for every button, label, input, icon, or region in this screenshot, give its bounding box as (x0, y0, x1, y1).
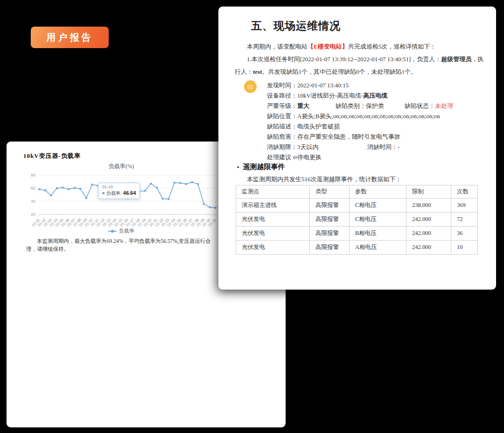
data-point (73, 187, 75, 189)
table-cell: 369 (451, 199, 478, 213)
series-dot-icon (102, 192, 105, 194)
defect-suggestion: 处理建议：停电更换 (267, 152, 490, 163)
tooltip-value-row: 负载率:46.64 (102, 190, 136, 197)
table-header: 监测点类型参数限制次数 (236, 185, 478, 199)
data-point (185, 183, 187, 185)
data-point (91, 184, 93, 185)
defect-location: 缺陷位置：A挠头;B挠头,on;on;on;on;on;on;on;on;on;… (267, 111, 490, 121)
chart-tooltip: 01-16 负载率:46.64 (98, 183, 140, 199)
field-value-bold: 高压电缆 (364, 92, 388, 99)
data-point (68, 188, 70, 190)
data-point (174, 182, 175, 184)
table-cell: 演示箱主进线 (236, 199, 310, 213)
defect-description: 缺陷描述：电缆头护套破损 (267, 121, 490, 132)
field-value: A挠头;B挠头,on;on;on;on;on;on;on;on;on;on;on… (297, 113, 440, 120)
defect-deadline: 消缺期限：3天以内 (267, 143, 319, 150)
defect-hazard: 缺陷危害：存在严重安全隐患，随时引发电气事故 (267, 132, 490, 142)
telemetry-section-heading: •遥测越限事件 (237, 163, 285, 171)
table-body: 演示箱主进线高限报警C相电压238.000369光伏发电高限报警C相电压242.… (236, 199, 478, 255)
data-point (150, 183, 152, 185)
telemetry-intro: 本监测周期内共发生516次遥测越限事件，统计数据如下： (235, 173, 487, 185)
table-cell: 光伏发电 (236, 227, 310, 241)
legend-line-dot-icon (108, 229, 117, 233)
defect-found-time: 发现时间：2022-01-07 13:40:15 (267, 80, 490, 91)
data-point (203, 203, 205, 205)
table-cell: C相电压 (350, 213, 406, 227)
user-report-button[interactable]: 用户报告 (31, 27, 109, 48)
data-point (56, 187, 58, 189)
data-point (156, 186, 158, 188)
chart-summary-text: 本监测周期内，最大负载率为69.24%，平均负载率为56.57%,变压器运行合理… (26, 237, 215, 253)
field-value: - (398, 143, 399, 150)
y-tick-label: 40 (31, 199, 35, 204)
table-cell: 242.000 (406, 227, 451, 241)
table-cell: A相电压 (350, 241, 406, 255)
section-title: 五、现场运维情况 (251, 19, 341, 33)
field-label: 消缺期限： (267, 143, 297, 150)
y-tick-label: 80 (31, 173, 35, 177)
table-cell: 高限报警 (310, 199, 350, 213)
tooltip-series-label: 负载率: (106, 191, 122, 196)
legend-series-label: 负载率 (119, 228, 134, 234)
field-value: 3天以内 (297, 143, 319, 150)
column-header: 监测点 (236, 185, 310, 199)
data-point (38, 188, 40, 190)
field-label: 缺陷类别： (336, 102, 366, 109)
field-value: 重大 (297, 102, 309, 109)
table-cell: 10 (451, 241, 478, 255)
field-label: 缺陷位置： (267, 113, 297, 120)
field-label: 缺陷状态： (405, 102, 435, 109)
field-value: 电缆头护套破损 (297, 123, 340, 130)
data-point (179, 182, 181, 184)
y-tick-label: 20 (31, 212, 35, 217)
defect-category: 缺陷类别：保护类 (336, 101, 384, 111)
defect-severity-row: 严重等级：重大 缺陷类别：保护类 缺陷状态：未处理 (267, 101, 490, 111)
load-rate-line-chart[interactable]: 2040608001-0101-0201-0301-0401-0501-0601… (22, 169, 220, 234)
tooltip-date: 01-16 (102, 185, 136, 190)
data-point (62, 186, 63, 188)
table-cell: 光伏发电 (236, 213, 310, 227)
station-name-highlight: 【E楼变电站】 (308, 43, 348, 50)
field-value: 停电更换 (297, 154, 322, 161)
defect-severity: 严重等级：重大 (267, 102, 309, 109)
field-label: 消缺时间： (367, 143, 398, 150)
table-row: 演示箱主进线高限报警C相电压238.000369 (236, 199, 478, 213)
field-value: 10kV进线部分-高压电缆- (297, 92, 364, 99)
field-value: 保护类 (366, 102, 384, 109)
field-value: 存在严重安全隐患，随时引发电气事故 (297, 133, 400, 140)
chart-legend[interactable]: 负载率 (22, 227, 220, 234)
data-point (191, 181, 193, 183)
table-row: 光伏发电高限报警B相电压242.00036 (236, 227, 478, 241)
table-cell: 高限报警 (310, 241, 350, 255)
defect-status: 缺陷状态：未处理 (405, 101, 453, 111)
chart-block-title: 10kV变压器-负载率 (23, 152, 81, 160)
table-cell: 242.000 (406, 213, 451, 227)
field-label: 缺陷描述： (267, 123, 297, 130)
defect-resolve-time: 消缺时间：- (367, 142, 399, 152)
column-header: 限制 (406, 185, 451, 199)
data-point (215, 207, 217, 209)
data-point (50, 194, 52, 196)
y-tick-label: 60 (31, 186, 35, 191)
defect-deadline-row: 消缺期限：3天以内 消缺时间：- (267, 142, 490, 152)
defect-index-badge: 01 (244, 80, 257, 93)
table-row: 光伏发电高限报警C相电压242.00072 (236, 213, 478, 227)
data-point (144, 190, 146, 192)
data-point (197, 183, 199, 185)
defect-device-path: 设备路径：10kV进线部分-高压电缆-高压电缆 (267, 91, 490, 101)
chart-x-ticks (39, 214, 216, 216)
para2-executor: test (253, 68, 262, 75)
column-header: 次数 (451, 185, 478, 199)
column-header: 参数 (350, 185, 406, 199)
field-label: 发现时间： (267, 82, 297, 89)
field-value: 2022-01-07 13:40:15 (297, 82, 349, 89)
para2-seg: 1.本次巡检任务时间[2022-01-07 13:39:12--2022-01-… (247, 56, 441, 63)
table-cell: 242.000 (406, 241, 451, 255)
field-label: 缺陷危害： (267, 133, 297, 140)
para1-pre: 本周期内，该变配电站 (247, 43, 308, 50)
field-label: 严重等级： (267, 102, 297, 109)
para2-seg: 。共发现缺陷1个，其中已处理缺陷0个，未处理缺陷1个。 (262, 68, 417, 75)
table-cell: 高限报警 (310, 227, 350, 241)
table-cell: 光伏发电 (236, 241, 310, 255)
table-cell: 高限报警 (310, 213, 350, 227)
